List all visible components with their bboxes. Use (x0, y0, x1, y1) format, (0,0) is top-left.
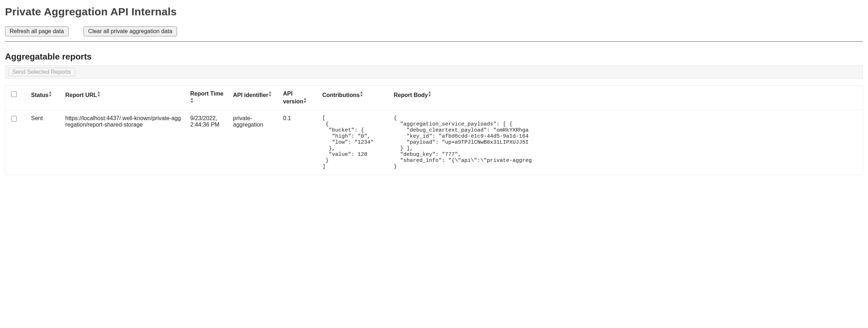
reports-table-wrap: Status Report URL Report Time API identi… (5, 85, 863, 175)
col-report-url[interactable]: Report URL (61, 86, 186, 110)
cell-api-identifier: private-aggregation (229, 110, 279, 175)
cell-contributions: [ { "bucket": { "high": "0", "low": "123… (318, 110, 389, 175)
col-api-version[interactable]: API version (279, 86, 318, 110)
sort-icon (49, 90, 51, 97)
table-header-row: Status Report URL Report Time API identi… (5, 86, 863, 110)
report-body-json: { "aggregation_service_payloads": [ { "d… (394, 115, 858, 170)
sort-icon (98, 90, 100, 97)
table-row: Sent https://localhost:4437/.well-known/… (5, 110, 863, 175)
sort-icon (269, 90, 271, 97)
section-title: Aggregatable reports (5, 52, 863, 62)
sort-icon (191, 97, 193, 104)
send-selected-button: Send Selected Reports (8, 68, 75, 76)
col-status-label: Status (31, 92, 49, 98)
cell-api-version: 0.1 (279, 110, 318, 175)
col-api-identifier[interactable]: API identifier (229, 86, 279, 110)
refresh-button[interactable]: Refresh all page data (5, 26, 69, 36)
divider (5, 41, 863, 42)
col-report-time[interactable]: Report Time (186, 86, 229, 110)
col-report-body[interactable]: Report Body (389, 86, 863, 110)
col-contrib-label: Contributions (322, 92, 360, 98)
section-toolbar: Send Selected Reports (5, 65, 863, 79)
select-all-checkbox[interactable] (11, 91, 17, 97)
global-toolbar: Refresh all page data Clear all private … (5, 26, 863, 36)
page-title: Private Aggregation API Internals (5, 6, 863, 18)
cell-report-time: 9/23/2022, 2:44:36 PM (186, 110, 229, 175)
col-time-label: Report Time (190, 91, 223, 97)
reports-table: Status Report URL Report Time API identi… (5, 86, 863, 175)
cell-status: Sent (27, 110, 61, 175)
clear-data-button[interactable]: Clear all private aggregation data (84, 26, 177, 36)
col-body-label: Report Body (394, 92, 428, 98)
contributions-json: [ { "bucket": { "high": "0", "low": "123… (322, 115, 385, 170)
row-checkbox[interactable] (11, 116, 17, 122)
col-url-label: Report URL (65, 92, 97, 98)
col-select-all (5, 86, 27, 110)
col-api-id-label: API identifier (233, 92, 268, 98)
col-contributions[interactable]: Contributions (318, 86, 389, 110)
cell-report-body: { "aggregation_service_payloads": [ { "d… (389, 110, 863, 175)
sort-icon (429, 90, 431, 97)
sort-icon (304, 97, 306, 104)
cell-report-url: https://localhost:4437/.well-known/priva… (61, 110, 186, 175)
col-api-ver-label: API version (283, 91, 303, 104)
sort-icon (360, 90, 363, 97)
cell-checkbox (5, 110, 27, 175)
col-status[interactable]: Status (27, 86, 61, 110)
